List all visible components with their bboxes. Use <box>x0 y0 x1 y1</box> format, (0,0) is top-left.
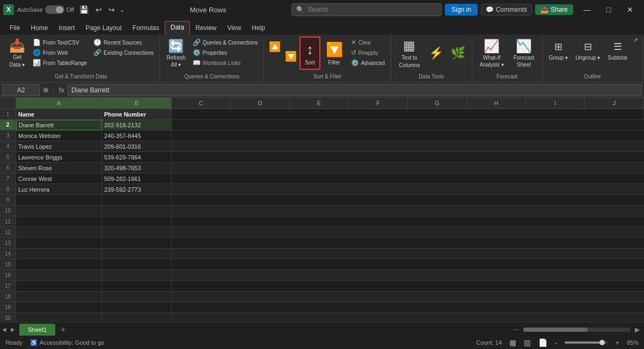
tab-review[interactable]: Review <box>190 22 222 34</box>
tab-view[interactable]: View <box>222 22 247 34</box>
search-box[interactable]: 🔍 Search <box>291 3 442 16</box>
cell-B19[interactable] <box>102 302 172 313</box>
cell-A3[interactable]: Monica Webster <box>16 130 102 141</box>
zoom-out-button[interactable]: - <box>555 339 557 347</box>
cell-A5[interactable]: Lawrence Briggs <box>16 152 102 163</box>
cell-B2[interactable]: 202-918-2132 <box>102 120 172 130</box>
outline-expand-icon[interactable]: ↗ <box>632 37 639 55</box>
cell-rest-17[interactable] <box>172 281 644 292</box>
minimize-button[interactable]: — <box>576 2 598 17</box>
add-sheet-button[interactable]: + <box>57 324 69 336</box>
tab-formulas[interactable]: Formulas <box>127 22 165 34</box>
cell-B6[interactable]: 320-498-7653 <box>102 163 172 173</box>
from-text-csv-button[interactable]: 📄 From Text/CSV <box>30 38 90 47</box>
refresh-all-button[interactable]: 🔄 Refresh All ▾ <box>163 37 188 70</box>
cell-A8[interactable]: Luz Herrera <box>16 184 102 195</box>
cell-rest-14[interactable] <box>172 249 644 259</box>
zoom-slider[interactable] <box>565 341 608 344</box>
cell-B14[interactable] <box>102 249 172 259</box>
cell-B7[interactable]: 509-282-1661 <box>102 173 172 184</box>
zoom-in-button[interactable]: + <box>615 339 619 347</box>
cell-A19[interactable] <box>16 302 102 313</box>
cell-A16[interactable] <box>16 270 102 281</box>
cell-A7[interactable]: Connie West <box>16 173 102 184</box>
cell-A6[interactable]: Steven Rose <box>16 163 102 173</box>
group-button[interactable]: ⊞ Group ▾ <box>546 37 572 70</box>
cell-reference-box[interactable]: A2 <box>2 84 40 96</box>
tab-data[interactable]: Data <box>165 21 190 34</box>
col-header-J[interactable]: J <box>585 98 644 108</box>
cell-A11[interactable] <box>16 216 102 227</box>
cell-rest-9[interactable] <box>172 195 644 206</box>
cell-B13[interactable] <box>102 238 172 249</box>
cell-rest-13[interactable] <box>172 238 644 249</box>
undo-icon[interactable]: ↩ <box>94 4 104 15</box>
get-data-button[interactable]: 📥 Get Data ▾ <box>5 37 29 70</box>
redo-icon[interactable]: ↪ <box>107 4 116 15</box>
close-button[interactable]: ✕ <box>619 2 641 17</box>
text-to-columns-button[interactable]: ▦ Text to Columns <box>394 37 424 70</box>
from-table-range-button[interactable]: 📊 From Table/Range <box>30 58 90 68</box>
sort-za-button[interactable]: 🔽 <box>283 37 298 70</box>
tab-help[interactable]: Help <box>246 22 270 34</box>
cell-rest-5[interactable] <box>172 152 644 163</box>
cell-rest-18[interactable] <box>172 292 644 302</box>
cell-rest-15[interactable] <box>172 259 644 270</box>
cell-A1[interactable]: Name <box>16 109 102 120</box>
comments-button[interactable]: 💬 Comments <box>481 4 532 16</box>
reapply-button[interactable]: ↺ Reapply <box>348 48 387 57</box>
workbook-links-button[interactable]: 📖 Workbook Links <box>190 58 261 68</box>
subtotal-button[interactable]: ☰ Subtotal <box>604 37 631 70</box>
cell-rest-2[interactable] <box>172 120 644 130</box>
cell-A9[interactable] <box>16 195 102 206</box>
cell-rest-6[interactable] <box>172 163 644 173</box>
scroll-left-button[interactable]: ◀ <box>0 323 9 337</box>
cell-B5[interactable]: 539-629-7864 <box>102 152 172 163</box>
from-web-button[interactable]: 🌐 From Web <box>30 48 90 57</box>
cell-B1[interactable]: Phone Number <box>102 109 172 120</box>
cell-A12[interactable] <box>16 227 102 238</box>
cell-A2-active[interactable]: Diane Barrett <box>16 120 102 130</box>
cell-B11[interactable] <box>102 216 172 227</box>
cell-rest-11[interactable] <box>172 216 644 227</box>
cell-B17[interactable] <box>102 281 172 292</box>
maximize-button[interactable]: □ <box>598 2 619 17</box>
horizontal-scrollbar[interactable] <box>523 328 631 332</box>
col-header-H[interactable]: H <box>467 98 526 108</box>
cell-A15[interactable] <box>16 259 102 270</box>
flash-fill-button[interactable]: ⚡ <box>426 37 447 70</box>
cell-rest-20[interactable] <box>172 313 644 322</box>
properties-button[interactable]: ⚙️ Properties <box>190 48 261 57</box>
advanced-button[interactable]: ⚙️ Advanced <box>348 58 387 68</box>
clear-button[interactable]: ✕ Clear <box>348 38 387 47</box>
col-header-F[interactable]: F <box>349 98 408 108</box>
tab-insert[interactable]: Insert <box>53 22 80 34</box>
cell-B12[interactable] <box>102 227 172 238</box>
forecast-sheet-button[interactable]: 📉 Forecast Sheet <box>509 37 539 70</box>
col-header-B[interactable]: B <box>102 98 172 108</box>
formula-expand-icon[interactable]: ⊕ <box>42 86 50 94</box>
filter-button[interactable]: 🔽 Filter <box>321 37 347 70</box>
cell-rest-4[interactable] <box>172 141 644 152</box>
cell-B4[interactable]: 209-601-0316 <box>102 141 172 152</box>
col-header-A[interactable]: A <box>16 98 102 108</box>
cell-A17[interactable] <box>16 281 102 292</box>
ungroup-button[interactable]: ⊟ Ungroup ▾ <box>572 37 603 70</box>
cell-B16[interactable] <box>102 270 172 281</box>
col-header-G[interactable]: G <box>408 98 467 108</box>
more-dropdown-icon[interactable]: ⌄ <box>120 6 125 13</box>
sort-az-button[interactable]: 🔼 <box>267 37 282 70</box>
cell-B9[interactable] <box>102 195 172 206</box>
cell-rest-8[interactable] <box>172 184 644 195</box>
cell-A20[interactable] <box>16 313 102 322</box>
sheet-tab-sheet1[interactable]: Sheet1 <box>19 324 55 336</box>
cell-A14[interactable] <box>16 249 102 259</box>
cell-A10[interactable] <box>16 206 102 216</box>
cell-B3[interactable]: 240-357-8445 <box>102 130 172 141</box>
page-break-view-button[interactable]: ▥ <box>524 338 531 347</box>
cell-B8[interactable]: 239-592-2773 <box>102 184 172 195</box>
what-if-analysis-button[interactable]: 📈 What-If Analysis ▾ <box>475 37 508 70</box>
formula-input[interactable] <box>68 84 642 96</box>
recent-sources-button[interactable]: 🕐 Recent Sources <box>91 38 156 47</box>
cell-B20[interactable] <box>102 313 172 322</box>
